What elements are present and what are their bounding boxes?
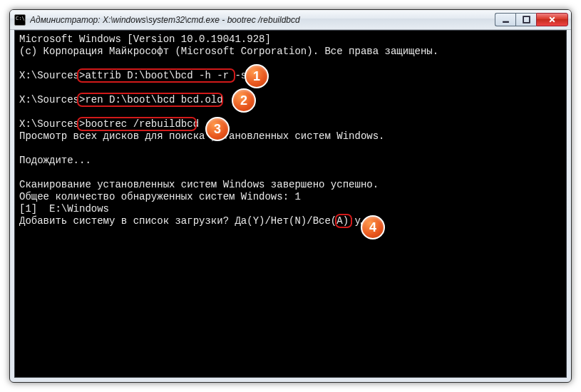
command-2: ren D:\boot\bcd bcd.old	[85, 94, 222, 105]
minimize-icon	[502, 16, 510, 24]
add-prompt: Добавить систему в список загрузки? Да(Y…	[19, 215, 354, 227]
minimize-button[interactable]	[495, 13, 515, 26]
window-title: Администратор: X:\windows\system32\cmd.e…	[30, 15, 490, 25]
command-1: attrib D:\boot\bcd -h -r -s	[85, 70, 247, 81]
titlebar[interactable]: Администратор: X:\windows\system32\cmd.e…	[10, 10, 571, 30]
maximize-icon	[523, 16, 530, 24]
prompt: X:\Sources>	[19, 94, 85, 105]
cursor	[361, 222, 366, 225]
found-message: [1] E:\Windows	[19, 203, 109, 215]
prompt: X:\Sources>	[19, 118, 85, 130]
version-line: Microsoft Windows [Version 10.0.19041.92…	[19, 33, 271, 45]
window-buttons	[495, 13, 568, 26]
svg-rect-0	[503, 21, 509, 23]
prompt: X:\Sources>	[19, 70, 85, 81]
done-message: Сканирование установленных систем Window…	[19, 179, 379, 190]
terminal-area[interactable]: Microsoft Windows [Version 10.0.19041.92…	[14, 30, 567, 378]
command-3: bootrec /rebuildbcd	[85, 118, 199, 130]
svg-rect-1	[523, 16, 530, 23]
count-message: Общее количество обнаруженных систем Win…	[19, 191, 301, 202]
close-icon	[548, 16, 556, 24]
cmd-window: Администратор: X:\windows\system32\cmd.e…	[9, 9, 572, 383]
close-button[interactable]	[536, 13, 568, 26]
user-input: y	[354, 215, 360, 227]
maximize-button[interactable]	[515, 13, 536, 26]
copyright-line: (c) Корпорация Майкрософт (Microsoft Cor…	[19, 46, 438, 57]
wait-message: Подождите...	[19, 155, 91, 166]
terminal-content: Microsoft Windows [Version 10.0.19041.92…	[15, 31, 566, 377]
scan-message: Просмотр всех дисков для поиска установл…	[19, 130, 384, 142]
cmd-icon	[14, 14, 26, 26]
